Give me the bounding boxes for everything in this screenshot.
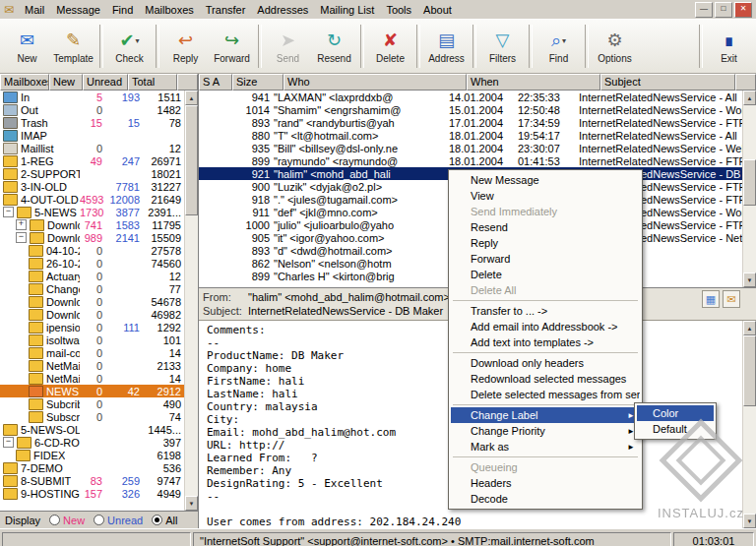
mailbox-row-3-in-old[interactable]: 3-IN-OLD778131227 <box>0 180 184 193</box>
column-header-status[interactable]: S A <box>199 74 232 91</box>
scroll-down-icon[interactable] <box>185 496 198 511</box>
column-header-subject[interactable]: Subject <box>600 74 735 91</box>
menu-item-reply[interactable]: Reply <box>451 235 640 251</box>
mailbox-row-download[interactable]: Download ...046982 <box>0 308 184 321</box>
mailbox-row-26-10-2003[interactable]: 26-10-2003...074560 <box>0 257 184 270</box>
menu-item-delete[interactable]: Delete <box>451 267 640 282</box>
mailbox-row-subscribe[interactable]: Subscribe074 <box>0 410 184 423</box>
menu-item-queueing[interactable]: Queueing <box>451 459 640 475</box>
picture-view-icon[interactable]: ▦ <box>702 290 720 308</box>
menu-message[interactable]: Message <box>50 2 106 18</box>
expand-toggle-icon[interactable]: − <box>3 207 14 217</box>
mailboxes-scrollbar[interactable] <box>184 91 198 511</box>
scrollbar-track[interactable] <box>185 105 198 496</box>
mailbox-row-download[interactable]: +Download ...741158311795 <box>0 218 184 231</box>
mailbox-row-5-news-old[interactable]: 5-NEWS-OLD1445... <box>0 423 184 436</box>
expand-toggle-icon[interactable]: + <box>16 219 27 230</box>
check-button[interactable]: ✔▾Check <box>106 21 153 72</box>
close-button[interactable]: ✕ <box>734 2 752 18</box>
menu-addresses[interactable]: Addresses <box>251 2 314 18</box>
mailbox-row-subcribe-n[interactable]: Subcribe-N...0490 <box>0 397 184 410</box>
menu-mailboxes[interactable]: Mailboxes <box>139 2 200 18</box>
mailbox-row-maillist[interactable]: Maillist012 <box>0 142 184 154</box>
menu-item-new-message[interactable]: New Message <box>451 172 640 188</box>
column-header-total[interactable]: Total <box>128 74 177 91</box>
menu-item-delete-all[interactable]: Delete All <box>451 282 640 298</box>
mailbox-row-imap[interactable]: IMAP <box>0 129 184 142</box>
dropdown-arrow-icon[interactable]: ▾ <box>136 36 140 45</box>
mailbox-row-mail-comm[interactable]: mail-comm...014 <box>0 346 184 359</box>
menu-item-forward[interactable]: Forward <box>451 251 640 267</box>
column-header-unread[interactable]: Unread <box>83 74 128 91</box>
scroll-down-icon[interactable] <box>743 514 756 528</box>
mailbox-row-4-out-old[interactable]: 4-OUT-OLD45931200821649 <box>0 193 184 206</box>
column-header-mailboxes[interactable]: Mailboxes <box>0 74 49 91</box>
message-row[interactable]: 1014"Shamim" <engrshamim@15.01.200412:50… <box>199 103 742 116</box>
menu-transfer[interactable]: Transfer <box>200 2 252 18</box>
menu-item-headers[interactable]: Headers <box>451 475 640 491</box>
menu-mailing-list[interactable]: Mailing List <box>314 2 380 18</box>
column-header-who[interactable]: Who <box>284 74 467 91</box>
menu-find[interactable]: Find <box>106 2 139 18</box>
mailbox-row-2-support[interactable]: 2-SUPPORT18021 <box>0 167 184 180</box>
scroll-down-icon[interactable] <box>743 273 756 287</box>
message-row[interactable]: 935"Bill" <billsey@dsl-only.ne18.01.2004… <box>199 142 742 154</box>
scroll-up-icon[interactable] <box>743 91 756 105</box>
reply-button[interactable]: ↩Reply <box>162 21 209 72</box>
scrollbar-track[interactable] <box>743 335 756 514</box>
mailbox-row-in[interactable]: In51931511 <box>0 91 184 103</box>
message-row[interactable]: 880"T" <lt@hotmail.com>18.01.200419:54:1… <box>199 129 742 142</box>
dropdown-arrow-icon[interactable]: ▾ <box>562 36 566 45</box>
find-button[interactable]: ⌕▾Find <box>536 21 582 72</box>
message-list-scrollbar[interactable] <box>742 91 756 287</box>
menu-mail[interactable]: Mail <box>19 2 50 18</box>
column-header-new[interactable]: New <box>49 74 83 91</box>
options-button[interactable]: ⚙Options <box>592 21 638 72</box>
column-header-when[interactable]: When <box>467 74 600 91</box>
preview-scrollbar[interactable] <box>742 321 756 528</box>
display-filter-new[interactable]: New <box>49 515 85 526</box>
mailbox-row-7-demo[interactable]: 7-DEMO536 <box>0 461 184 474</box>
menu-item-add-email-into-addressbook[interactable]: Add email into Addressbook -> <box>451 319 640 334</box>
mailbox-row-isoltware[interactable]: isoltware0101 <box>0 334 184 346</box>
maximize-button[interactable]: □ <box>715 2 732 18</box>
scrollbar-thumb[interactable] <box>743 159 756 206</box>
mailbox-row-5-news[interactable]: −5-NEWS173038772391... <box>0 206 184 218</box>
menu-item-mark-as[interactable]: Mark as► <box>451 439 640 455</box>
display-filter-unread[interactable]: Unread <box>94 515 143 526</box>
forward-button[interactable]: ↪Forward <box>209 21 255 72</box>
send-button[interactable]: ➤Send <box>265 21 311 72</box>
mailbox-row-ipension-do[interactable]: ipension-do...01111292 <box>0 321 184 334</box>
mailbox-row-1-reg[interactable]: 1-REG4924726971 <box>0 154 184 167</box>
message-row[interactable]: 899"raymundo" <raymundo@18.01.200401:41:… <box>199 154 742 167</box>
mailbox-row-8-submit[interactable]: 8-SUBMIT832599747 <box>0 474 184 487</box>
mailbox-row-6-cd-rom-ca[interactable]: −6-CD-ROM-CA...397 <box>0 436 184 449</box>
new-button[interactable]: ✉New <box>4 21 50 72</box>
submenu-item-color[interactable]: Color <box>637 405 714 421</box>
menu-item-download-only-headers[interactable]: Download only headers <box>451 355 640 371</box>
scrollbar-thumb[interactable] <box>185 105 198 215</box>
menu-tools[interactable]: Tools <box>380 2 417 18</box>
delete-button[interactable]: ✘Delete <box>367 21 413 72</box>
menu-item-decode[interactable]: Decode <box>451 491 640 507</box>
mailbox-row-news-se[interactable]: NEWS SE...0422912 <box>0 385 184 397</box>
menu-item-change-label[interactable]: Change Label► <box>451 407 640 423</box>
menu-item-change-priority[interactable]: Change Priority► <box>451 423 640 439</box>
scrollbar-track[interactable] <box>743 105 756 273</box>
column-header-size[interactable]: Size <box>232 74 284 91</box>
menu-item-transfer-to[interactable]: Transfer to ... -> <box>451 303 640 319</box>
letter-view-icon[interactable]: ✉ <box>723 290 740 308</box>
mailbox-row-netmail[interactable]: NetMail02133 <box>0 359 184 372</box>
scroll-up-icon[interactable] <box>185 91 198 105</box>
menu-item-resend[interactable]: Resend <box>451 219 640 235</box>
mailbox-row-out[interactable]: Out01482 <box>0 103 184 116</box>
menu-item-delete-selected-messages-from-server[interactable]: Delete selected messages from server <box>451 387 640 402</box>
submenu-item-default[interactable]: Default <box>637 421 714 437</box>
expand-toggle-icon[interactable]: − <box>16 232 27 243</box>
menu-item-view[interactable]: View <box>451 188 640 204</box>
expand-toggle-icon[interactable]: − <box>3 437 14 448</box>
menu-item-add-text-into-templates[interactable]: Add text into templates -> <box>451 334 640 350</box>
mailbox-row-04-10-2002[interactable]: 04-10-2002...027578 <box>0 244 184 257</box>
exit-button[interactable]: ∎ Exit <box>706 21 752 72</box>
message-row[interactable]: 893"rand" <randyburtis@yah17.01.200417:3… <box>199 116 742 129</box>
